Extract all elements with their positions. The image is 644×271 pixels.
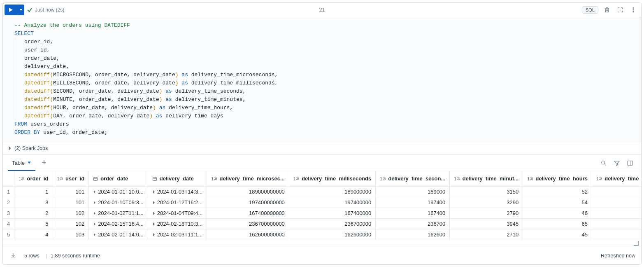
cell: 2024-01-03T14:3... xyxy=(148,186,207,197)
column-header[interactable]: 123delivery_time_milliseconds xyxy=(289,171,375,186)
cell: 2024-01-02T11:1... xyxy=(89,208,148,218)
results-table-container: 123order_id123user_idorder_datedelivery_… xyxy=(3,171,641,247)
column-header[interactable]: 123delivery_time_secon... xyxy=(376,171,450,186)
table-row[interactable]: 231012024-01-10T09:3...2024-01-12T16:2..… xyxy=(3,197,641,208)
run-button-group xyxy=(5,5,24,15)
chevron-down-icon[interactable] xyxy=(27,160,31,166)
run-options-dropdown[interactable] xyxy=(17,5,24,15)
expand-chevron-icon[interactable] xyxy=(152,190,156,194)
cell: 3945 xyxy=(450,218,523,229)
kebab-menu-icon[interactable] xyxy=(629,5,638,14)
cell: 2024-02-01T14:0... xyxy=(89,229,148,240)
cell: 197400000000 xyxy=(207,197,289,208)
filter-icon[interactable] xyxy=(612,159,621,168)
download-icon[interactable] xyxy=(9,251,18,260)
cell: 5 xyxy=(14,218,53,229)
notebook-cell: Just now (2s) 21 SQL -- Analyze the orde… xyxy=(2,2,642,265)
table-row[interactable]: 111012024-01-01T10:0...2024-01-03T14:3..… xyxy=(3,186,641,197)
table-row[interactable]: 321022024-01-02T11:1...2024-01-04T09:4..… xyxy=(3,208,641,218)
cell: 101 xyxy=(53,186,89,197)
cell: 102 xyxy=(53,208,89,218)
cell: 197400 xyxy=(376,197,450,208)
expand-chevron-icon[interactable] xyxy=(93,190,96,194)
cell: 167400 xyxy=(376,208,450,218)
column-header[interactable]: 123delivery_time_microsec... xyxy=(207,171,289,186)
tab-label: Table xyxy=(12,160,25,166)
expand-chevron-icon[interactable] xyxy=(152,233,156,236)
cell: 54 xyxy=(523,197,592,208)
expand-chevron-icon[interactable] xyxy=(93,201,96,204)
cell: 189000000000 xyxy=(207,186,289,197)
cell: 2024-01-10T09:3... xyxy=(89,197,148,208)
column-header[interactable]: order_date xyxy=(89,171,148,186)
column-header[interactable]: 123delivery_time_hours xyxy=(523,171,592,186)
expand-chevron-icon[interactable] xyxy=(152,222,156,226)
fullscreen-icon[interactable] xyxy=(616,5,625,14)
search-icon[interactable] xyxy=(599,159,608,168)
runtime-label: 1.89 seconds runtime xyxy=(51,253,100,259)
cell: 2024-02-15T16:4... xyxy=(89,218,148,229)
cell: 2024-02-18T10:3... xyxy=(148,218,207,229)
numeric-type-icon: 123 xyxy=(380,176,386,181)
numeric-type-icon: 123 xyxy=(293,176,299,181)
row-number: 4 xyxy=(3,218,14,229)
chevron-right-icon xyxy=(8,146,12,150)
column-header[interactable]: delivery_date xyxy=(148,171,207,186)
resize-handle[interactable] xyxy=(3,240,641,247)
expand-chevron-icon[interactable] xyxy=(152,201,156,204)
cell: 3150 xyxy=(450,186,523,197)
cell-toolbar: Just now (2s) 21 SQL xyxy=(3,3,641,17)
run-status: Just now (2s) xyxy=(35,7,64,13)
cell: 2790 xyxy=(450,208,523,218)
cell: 2 xyxy=(592,186,641,197)
spark-jobs-toggle[interactable]: (2) Spark Jobs xyxy=(3,142,641,155)
run-button[interactable] xyxy=(5,5,17,15)
row-number-header xyxy=(3,171,14,186)
expand-chevron-icon[interactable] xyxy=(93,222,96,226)
cell: 3 xyxy=(14,197,53,208)
numeric-type-icon: 123 xyxy=(596,176,602,181)
cell: 2024-02-03T11:1... xyxy=(148,229,207,240)
cell: 189000000 xyxy=(289,186,375,197)
cell-number: 21 xyxy=(319,7,325,13)
check-icon xyxy=(27,7,33,13)
cell: 4 xyxy=(14,229,53,240)
cell: 65 xyxy=(523,218,592,229)
cell: 2 xyxy=(14,208,53,218)
cell: 101 xyxy=(53,197,89,208)
spark-jobs-label: (2) Spark Jobs xyxy=(14,145,48,151)
table-row[interactable]: 541032024-02-01T14:0...2024-02-03T11:1..… xyxy=(3,229,641,240)
row-number: 2 xyxy=(3,197,14,208)
date-type-icon xyxy=(93,176,98,181)
cell: 236700000 xyxy=(289,218,375,229)
expand-chevron-icon[interactable] xyxy=(93,233,96,236)
delete-icon[interactable] xyxy=(602,5,611,14)
column-header[interactable]: 123order_id xyxy=(14,171,53,186)
column-header[interactable]: 123delivery_time_days xyxy=(592,171,641,186)
cell: 52 xyxy=(523,186,592,197)
language-badge[interactable]: SQL xyxy=(582,6,598,14)
cell: 189000 xyxy=(376,186,450,197)
svg-rect-6 xyxy=(153,177,156,180)
table-row[interactable]: 451022024-02-15T16:4...2024-02-18T10:3..… xyxy=(3,218,641,229)
code-editor[interactable]: -- Analyze the orders using DATEDIFF SEL… xyxy=(3,17,641,142)
cell: 236700 xyxy=(376,218,450,229)
svg-rect-5 xyxy=(94,177,98,180)
panel-icon[interactable] xyxy=(625,159,635,168)
tab-table[interactable]: Table xyxy=(8,155,35,171)
cell: 236700000000 xyxy=(207,218,289,229)
svg-point-1 xyxy=(633,9,634,10)
expand-chevron-icon[interactable] xyxy=(93,212,96,215)
cell: 2 xyxy=(592,197,641,208)
row-number: 3 xyxy=(3,208,14,218)
date-type-icon xyxy=(152,176,157,181)
column-header[interactable]: 123user_id xyxy=(53,171,89,186)
expand-chevron-icon[interactable] xyxy=(152,212,156,215)
results-table: 123order_id123user_idorder_datedelivery_… xyxy=(3,171,641,240)
column-header[interactable]: 123delivery_time_minut... xyxy=(450,171,523,186)
numeric-type-icon: 123 xyxy=(454,176,460,181)
results-footer: 5 rows | 1.89 seconds runtime Refreshed … xyxy=(3,247,641,264)
cell: 162600 xyxy=(376,229,450,240)
add-tab-button[interactable] xyxy=(37,155,51,171)
cell: 46 xyxy=(523,208,592,218)
